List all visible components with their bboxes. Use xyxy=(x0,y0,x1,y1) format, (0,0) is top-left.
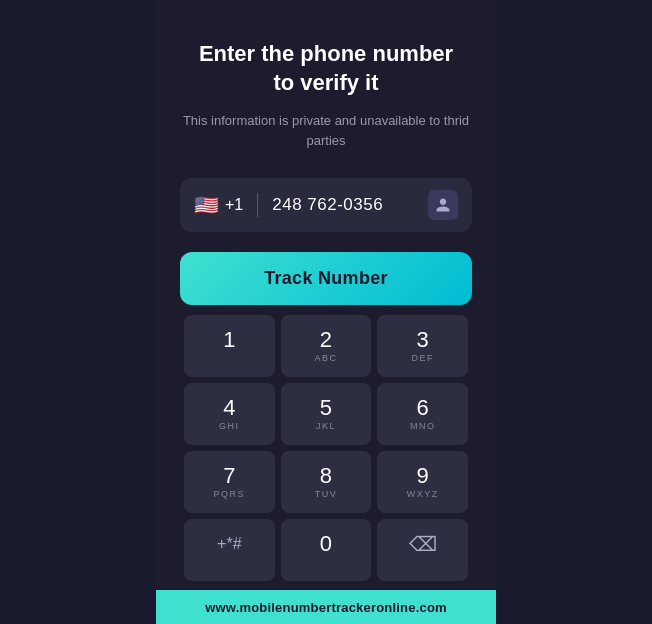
key-letters-8: WXYZ xyxy=(407,489,439,501)
key-number-7: 8 xyxy=(320,465,332,487)
country-selector[interactable]: 🇺🇸 +1 xyxy=(194,193,243,217)
key-letters-1: ABC xyxy=(314,353,337,365)
key-letters-2: DEF xyxy=(411,353,434,365)
key-number-9: +*# xyxy=(217,536,241,552)
main-title: Enter the phone number to verify it xyxy=(199,40,453,97)
key-number-10: 0 xyxy=(320,533,332,555)
website-banner: www.mobilenumbertrackeronline.com xyxy=(156,590,496,624)
website-url: www.mobilenumbertrackeronline.com xyxy=(205,600,447,615)
title-line2: to verify it xyxy=(273,70,378,95)
key-number-8: 9 xyxy=(417,465,429,487)
key-btn-9-8[interactable]: 9WXYZ xyxy=(377,451,468,513)
key-letters-7: TUV xyxy=(315,489,338,501)
contact-svg-icon xyxy=(435,197,451,213)
key-btn-0-10[interactable]: 0 xyxy=(281,519,372,581)
keypad: 12ABC3DEF4GHI5JKL6MNO7PQRS8TUV9WXYZ+*#0⌫ xyxy=(180,315,472,581)
country-code: +1 xyxy=(225,196,243,214)
key-btn-5-4[interactable]: 5JKL xyxy=(281,383,372,445)
input-divider xyxy=(257,193,258,217)
key-btn-8-7[interactable]: 8TUV xyxy=(281,451,372,513)
key-letters-3: GHI xyxy=(219,421,240,433)
phone-frame: Enter the phone number to verify it This… xyxy=(156,0,496,624)
key-number-4: 5 xyxy=(320,397,332,419)
key-number-3: 4 xyxy=(223,397,235,419)
content-area: Enter the phone number to verify it This… xyxy=(156,0,496,624)
key-number-5: 6 xyxy=(417,397,429,419)
key-btn-x-11[interactable]: ⌫ xyxy=(377,519,468,581)
key-btn-2-1[interactable]: 2ABC xyxy=(281,315,372,377)
key-number-2: 3 xyxy=(417,329,429,351)
key-letters-6: PQRS xyxy=(214,489,246,501)
phone-input-container: 🇺🇸 +1 248 762-0356 xyxy=(180,178,472,232)
flag-emoji: 🇺🇸 xyxy=(194,193,219,217)
key-btn-7-6[interactable]: 7PQRS xyxy=(184,451,275,513)
key-number-11: ⌫ xyxy=(409,534,437,554)
contact-icon-button[interactable] xyxy=(428,190,458,220)
track-number-button[interactable]: Track Number xyxy=(180,252,472,305)
key-number-0: 1 xyxy=(223,329,235,351)
key-btn-3-2[interactable]: 3DEF xyxy=(377,315,468,377)
key-letters-5: MNO xyxy=(410,421,436,433)
subtitle-text: This information is private and unavaila… xyxy=(180,111,472,150)
key-number-1: 2 xyxy=(320,329,332,351)
key-btn-xxx-9[interactable]: +*# xyxy=(184,519,275,581)
key-letters-4: JKL xyxy=(316,421,336,433)
key-btn-4-3[interactable]: 4GHI xyxy=(184,383,275,445)
key-btn-6-5[interactable]: 6MNO xyxy=(377,383,468,445)
key-number-6: 7 xyxy=(223,465,235,487)
phone-number-display: 248 762-0356 xyxy=(272,195,420,215)
key-btn-1-0[interactable]: 1 xyxy=(184,315,275,377)
title-line1: Enter the phone number xyxy=(199,41,453,66)
